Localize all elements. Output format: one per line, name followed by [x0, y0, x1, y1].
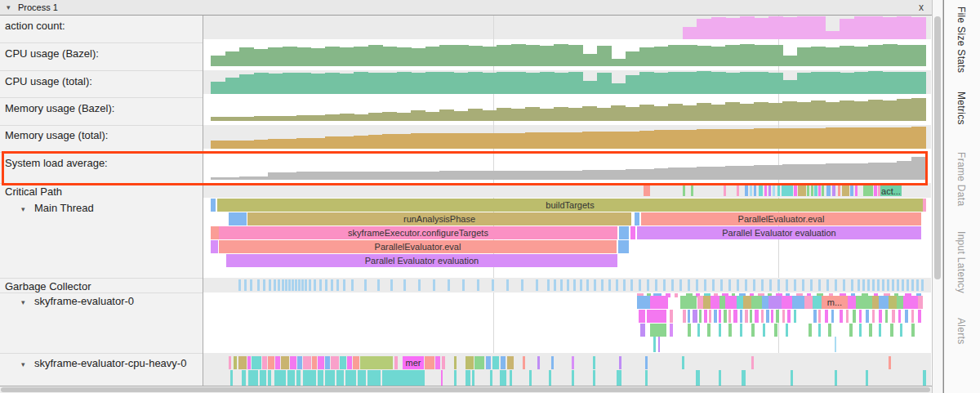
counter-bar[interactable] [897, 72, 911, 94]
trace-event-bar[interactable] [693, 310, 697, 323]
trace-event-bar[interactable] [923, 199, 926, 212]
gc-tick[interactable] [403, 279, 406, 291]
trace-event-bar[interactable] [331, 356, 339, 369]
counter-bar[interactable] [639, 72, 654, 94]
trace-event-bar[interactable] [572, 370, 574, 386]
gc-tick[interactable] [777, 279, 780, 291]
counter-bar[interactable] [797, 16, 812, 39]
counter-bar[interactable] [754, 18, 768, 39]
counter-bar[interactable] [354, 114, 368, 121]
counter-bar[interactable] [597, 46, 612, 66]
counter-bar[interactable] [897, 45, 911, 66]
trace-event-bar[interactable] [274, 370, 286, 386]
trace-event-bar[interactable] [900, 324, 902, 337]
counter-bar[interactable] [654, 130, 669, 149]
counter-bar[interactable] [797, 128, 812, 149]
counter-bar[interactable] [826, 102, 840, 121]
trace-event-bar[interactable] [818, 310, 821, 323]
trace-event-line[interactable] [835, 337, 836, 352]
trace-event-bar[interactable] [252, 356, 261, 369]
gc-tick[interactable] [477, 279, 479, 291]
gc-tick[interactable] [688, 279, 690, 291]
counter-bar[interactable] [654, 106, 669, 121]
trace-event-bar[interactable]: m... [822, 296, 848, 309]
gc-tick[interactable] [835, 279, 837, 291]
trace-event-bar[interactable] [889, 296, 897, 309]
trace-event-bar[interactable]: ParallelEvaluator.eval [641, 212, 921, 226]
gc-tick[interactable] [418, 279, 421, 291]
counter-bar[interactable] [211, 82, 225, 94]
trace-event-bar[interactable] [630, 226, 635, 239]
gc-tick[interactable] [655, 279, 657, 291]
counter-bar[interactable] [725, 73, 740, 94]
counter-bar[interactable] [626, 75, 640, 94]
counter-bar[interactable] [754, 128, 768, 149]
counter-bar[interactable] [468, 109, 483, 121]
counter-bar[interactable] [626, 51, 640, 66]
counter-bar[interactable] [597, 132, 612, 149]
counter-bar[interactable] [411, 73, 425, 94]
trace-event-bar[interactable] [696, 370, 700, 386]
gc-tick[interactable] [282, 279, 284, 291]
trace-event-bar[interactable] [903, 296, 918, 309]
counter-bar[interactable] [697, 19, 711, 39]
counter-bar[interactable] [725, 102, 740, 121]
counter-bar[interactable] [782, 128, 797, 149]
counter-bar[interactable] [740, 104, 755, 121]
trace-event-bar[interactable] [832, 185, 835, 196]
gc-tick[interactable] [737, 279, 739, 291]
counter-bar[interactable] [368, 73, 383, 94]
trace-event-bar[interactable] [703, 296, 710, 309]
trace-event-bar[interactable] [822, 185, 824, 196]
trace-event-bar[interactable] [454, 356, 457, 369]
counter-bar[interactable] [283, 73, 297, 94]
counter-bar[interactable] [454, 45, 469, 66]
counter-bar[interactable] [683, 27, 697, 39]
gc-tick[interactable] [560, 279, 563, 291]
counter-bar[interactable] [525, 107, 540, 121]
trace-event-bar[interactable]: skyframeExecutor.configureTargets [219, 226, 617, 239]
trace-event-bar[interactable]: Parallel Evaluator evaluation [226, 254, 617, 267]
trace-event-bar[interactable] [281, 356, 289, 369]
trace-event-bar[interactable] [889, 356, 891, 369]
counter-bar[interactable] [354, 136, 368, 149]
gc-tick[interactable] [238, 279, 241, 291]
trace-event-bar[interactable] [242, 370, 246, 386]
counter-bar[interactable] [868, 100, 883, 121]
counter-bar[interactable] [382, 47, 397, 66]
counter-bar[interactable] [626, 132, 640, 149]
trace-event-bar[interactable] [358, 370, 366, 386]
gc-tick[interactable] [745, 279, 747, 291]
counter-bar[interactable] [425, 47, 440, 66]
counter-bar[interactable] [511, 72, 526, 94]
counter-bar[interactable] [540, 132, 555, 149]
counter-bar[interactable] [568, 132, 583, 149]
trace-event-bar[interactable] [885, 310, 888, 323]
trace-event-bar[interactable] [670, 310, 673, 323]
counter-bar[interactable] [311, 115, 326, 121]
counter-bar[interactable] [854, 72, 869, 94]
trace-event-bar[interactable] [869, 324, 872, 337]
trace-event-bar[interactable] [680, 296, 697, 309]
gc-tick[interactable] [506, 279, 509, 291]
trace-event-bar[interactable] [719, 310, 721, 323]
collapse-main-thread-icon[interactable]: ▾ [21, 205, 25, 213]
counter-bar[interactable] [826, 31, 840, 39]
trace-event-bar[interactable] [394, 356, 398, 369]
counter-bar[interactable] [740, 129, 755, 149]
gc-tick[interactable] [295, 279, 297, 291]
gc-tick[interactable] [462, 279, 465, 291]
trace-event-bar[interactable] [325, 370, 335, 386]
counter-bar[interactable] [540, 72, 555, 94]
trace-event-bar[interactable] [486, 356, 491, 369]
counter-bar[interactable] [354, 72, 368, 94]
counter-bar[interactable] [597, 108, 612, 121]
counter-bar[interactable] [626, 107, 640, 121]
gc-tick[interactable] [278, 279, 280, 291]
trace-event-bar[interactable] [879, 324, 881, 337]
counter-bar[interactable] [683, 72, 697, 94]
trace-event-bar[interactable] [268, 370, 271, 386]
gc-tick[interactable] [448, 279, 450, 291]
counter-bar[interactable] [325, 114, 340, 121]
counter-bar[interactable] [296, 138, 311, 149]
